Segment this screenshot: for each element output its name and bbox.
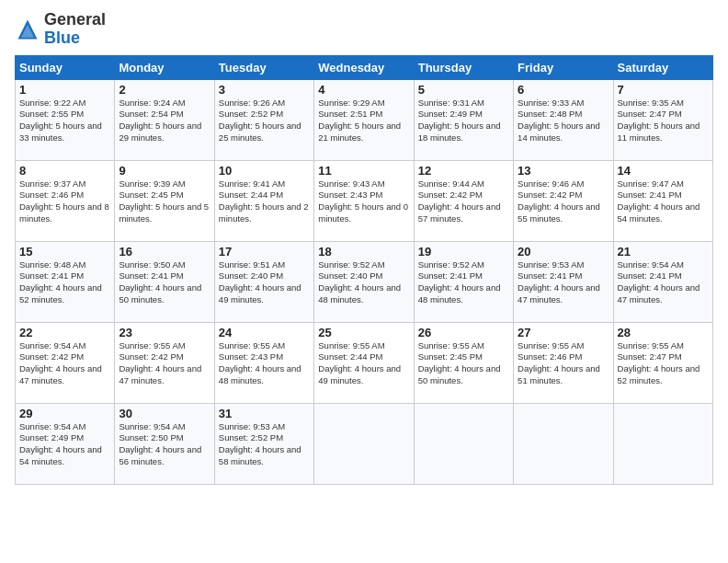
header: General Blue bbox=[15, 11, 713, 48]
empty-day bbox=[414, 403, 513, 484]
header-monday: Monday bbox=[115, 55, 214, 79]
header-sunday: Sunday bbox=[16, 55, 115, 79]
day-info: Sunrise: 9:55 AMSunset: 2:46 PMDaylight:… bbox=[518, 340, 609, 387]
day-27: 27Sunrise: 9:55 AMSunset: 2:46 PMDayligh… bbox=[514, 322, 613, 403]
day-number: 9 bbox=[119, 164, 210, 178]
day-info: Sunrise: 9:50 AMSunset: 2:41 PMDaylight:… bbox=[119, 259, 210, 306]
day-21: 21Sunrise: 9:54 AMSunset: 2:41 PMDayligh… bbox=[613, 241, 712, 322]
day-24: 24Sunrise: 9:55 AMSunset: 2:43 PMDayligh… bbox=[214, 322, 313, 403]
day-info: Sunrise: 9:55 AMSunset: 2:44 PMDaylight:… bbox=[318, 340, 409, 387]
day-info: Sunrise: 9:26 AMSunset: 2:52 PMDaylight:… bbox=[219, 98, 310, 144]
logo-blue: Blue bbox=[44, 29, 80, 47]
day-number: 22 bbox=[19, 326, 110, 339]
calendar-table: Sunday Monday Tuesday Wednesday Thursday… bbox=[15, 55, 713, 485]
day-info: Sunrise: 9:39 AMSunset: 2:45 PMDaylight:… bbox=[119, 178, 210, 225]
day-info: Sunrise: 9:52 AMSunset: 2:41 PMDaylight:… bbox=[418, 259, 509, 306]
day-number: 2 bbox=[119, 83, 210, 97]
header-friday: Friday bbox=[514, 55, 613, 79]
day-15: 15Sunrise: 9:48 AMSunset: 2:41 PMDayligh… bbox=[16, 241, 115, 322]
day-11: 11Sunrise: 9:43 AMSunset: 2:43 PMDayligh… bbox=[314, 160, 414, 241]
day-26: 26Sunrise: 9:55 AMSunset: 2:45 PMDayligh… bbox=[414, 322, 513, 403]
day-22: 22Sunrise: 9:54 AMSunset: 2:42 PMDayligh… bbox=[16, 322, 115, 403]
day-16: 16Sunrise: 9:50 AMSunset: 2:41 PMDayligh… bbox=[115, 241, 214, 322]
weekday-header-row: Sunday Monday Tuesday Wednesday Thursday… bbox=[16, 55, 713, 79]
day-number: 27 bbox=[518, 326, 609, 339]
week-row-3: 15Sunrise: 9:48 AMSunset: 2:41 PMDayligh… bbox=[16, 241, 713, 322]
day-number: 15 bbox=[19, 245, 110, 259]
day-info: Sunrise: 9:52 AMSunset: 2:40 PMDaylight:… bbox=[318, 259, 409, 306]
day-number: 11 bbox=[318, 164, 409, 178]
day-info: Sunrise: 9:55 AMSunset: 2:47 PMDaylight:… bbox=[618, 340, 709, 387]
header-wednesday: Wednesday bbox=[314, 55, 414, 79]
day-info: Sunrise: 9:48 AMSunset: 2:41 PMDaylight:… bbox=[19, 259, 110, 306]
day-25: 25Sunrise: 9:55 AMSunset: 2:44 PMDayligh… bbox=[314, 322, 414, 403]
day-number: 28 bbox=[618, 326, 709, 339]
logo-icon bbox=[15, 17, 40, 42]
day-14: 14Sunrise: 9:47 AMSunset: 2:41 PMDayligh… bbox=[613, 160, 712, 241]
day-19: 19Sunrise: 9:52 AMSunset: 2:41 PMDayligh… bbox=[414, 241, 513, 322]
day-5: 5Sunrise: 9:31 AMSunset: 2:49 PMDaylight… bbox=[414, 79, 513, 160]
day-info: Sunrise: 9:41 AMSunset: 2:44 PMDaylight:… bbox=[219, 178, 310, 225]
day-info: Sunrise: 9:53 AMSunset: 2:41 PMDaylight:… bbox=[518, 259, 609, 306]
day-number: 6 bbox=[518, 83, 609, 97]
day-13: 13Sunrise: 9:46 AMSunset: 2:42 PMDayligh… bbox=[514, 160, 613, 241]
day-31: 31Sunrise: 9:53 AMSunset: 2:52 PMDayligh… bbox=[214, 403, 313, 484]
day-number: 4 bbox=[318, 83, 409, 97]
day-info: Sunrise: 9:31 AMSunset: 2:49 PMDaylight:… bbox=[418, 98, 509, 144]
day-number: 3 bbox=[219, 83, 310, 97]
day-9: 9Sunrise: 9:39 AMSunset: 2:45 PMDaylight… bbox=[115, 160, 214, 241]
day-number: 25 bbox=[318, 326, 409, 339]
logo-text: General Blue bbox=[44, 11, 106, 48]
day-8: 8Sunrise: 9:37 AMSunset: 2:46 PMDaylight… bbox=[16, 160, 115, 241]
day-20: 20Sunrise: 9:53 AMSunset: 2:41 PMDayligh… bbox=[514, 241, 613, 322]
day-28: 28Sunrise: 9:55 AMSunset: 2:47 PMDayligh… bbox=[613, 322, 712, 403]
day-info: Sunrise: 9:54 AMSunset: 2:49 PMDaylight:… bbox=[19, 421, 110, 468]
day-number: 17 bbox=[219, 245, 310, 259]
day-number: 14 bbox=[618, 164, 709, 178]
header-thursday: Thursday bbox=[414, 55, 513, 79]
day-number: 16 bbox=[119, 245, 210, 259]
day-info: Sunrise: 9:55 AMSunset: 2:45 PMDaylight:… bbox=[418, 340, 509, 387]
day-3: 3Sunrise: 9:26 AMSunset: 2:52 PMDaylight… bbox=[214, 79, 313, 160]
day-number: 13 bbox=[518, 164, 609, 178]
day-number: 1 bbox=[19, 83, 110, 97]
day-4: 4Sunrise: 9:29 AMSunset: 2:51 PMDaylight… bbox=[314, 79, 414, 160]
day-number: 8 bbox=[19, 164, 110, 178]
day-number: 10 bbox=[219, 164, 310, 178]
day-info: Sunrise: 9:24 AMSunset: 2:54 PMDaylight:… bbox=[119, 98, 210, 144]
day-number: 20 bbox=[518, 245, 609, 259]
day-number: 18 bbox=[318, 245, 409, 259]
day-12: 12Sunrise: 9:44 AMSunset: 2:42 PMDayligh… bbox=[414, 160, 513, 241]
day-info: Sunrise: 9:33 AMSunset: 2:48 PMDaylight:… bbox=[518, 98, 609, 144]
week-row-4: 22Sunrise: 9:54 AMSunset: 2:42 PMDayligh… bbox=[16, 322, 713, 403]
day-info: Sunrise: 9:55 AMSunset: 2:43 PMDaylight:… bbox=[219, 340, 310, 387]
day-info: Sunrise: 9:37 AMSunset: 2:46 PMDaylight:… bbox=[19, 178, 110, 225]
header-tuesday: Tuesday bbox=[214, 55, 313, 79]
day-number: 23 bbox=[119, 326, 210, 339]
day-7: 7Sunrise: 9:35 AMSunset: 2:47 PMDaylight… bbox=[613, 79, 712, 160]
logo: General Blue bbox=[15, 11, 106, 48]
day-number: 12 bbox=[418, 164, 509, 178]
day-number: 21 bbox=[618, 245, 709, 259]
day-17: 17Sunrise: 9:51 AMSunset: 2:40 PMDayligh… bbox=[214, 241, 313, 322]
day-info: Sunrise: 9:43 AMSunset: 2:43 PMDaylight:… bbox=[318, 178, 409, 225]
day-number: 30 bbox=[119, 407, 210, 420]
empty-day bbox=[613, 403, 712, 484]
day-number: 31 bbox=[219, 407, 310, 420]
week-row-2: 8Sunrise: 9:37 AMSunset: 2:46 PMDaylight… bbox=[16, 160, 713, 241]
day-6: 6Sunrise: 9:33 AMSunset: 2:48 PMDaylight… bbox=[514, 79, 613, 160]
header-saturday: Saturday bbox=[613, 55, 712, 79]
day-info: Sunrise: 9:54 AMSunset: 2:50 PMDaylight:… bbox=[119, 421, 210, 468]
week-row-1: 1Sunrise: 9:22 AMSunset: 2:55 PMDaylight… bbox=[16, 79, 713, 160]
day-number: 5 bbox=[418, 83, 509, 97]
day-30: 30Sunrise: 9:54 AMSunset: 2:50 PMDayligh… bbox=[115, 403, 214, 484]
day-18: 18Sunrise: 9:52 AMSunset: 2:40 PMDayligh… bbox=[314, 241, 414, 322]
day-29: 29Sunrise: 9:54 AMSunset: 2:49 PMDayligh… bbox=[16, 403, 115, 484]
day-23: 23Sunrise: 9:55 AMSunset: 2:42 PMDayligh… bbox=[115, 322, 214, 403]
day-1: 1Sunrise: 9:22 AMSunset: 2:55 PMDaylight… bbox=[16, 79, 115, 160]
day-info: Sunrise: 9:46 AMSunset: 2:42 PMDaylight:… bbox=[518, 178, 609, 225]
logo-general: General bbox=[44, 10, 106, 29]
day-number: 26 bbox=[418, 326, 509, 339]
week-row-5: 29Sunrise: 9:54 AMSunset: 2:49 PMDayligh… bbox=[16, 403, 713, 484]
day-info: Sunrise: 9:54 AMSunset: 2:42 PMDaylight:… bbox=[19, 340, 110, 387]
